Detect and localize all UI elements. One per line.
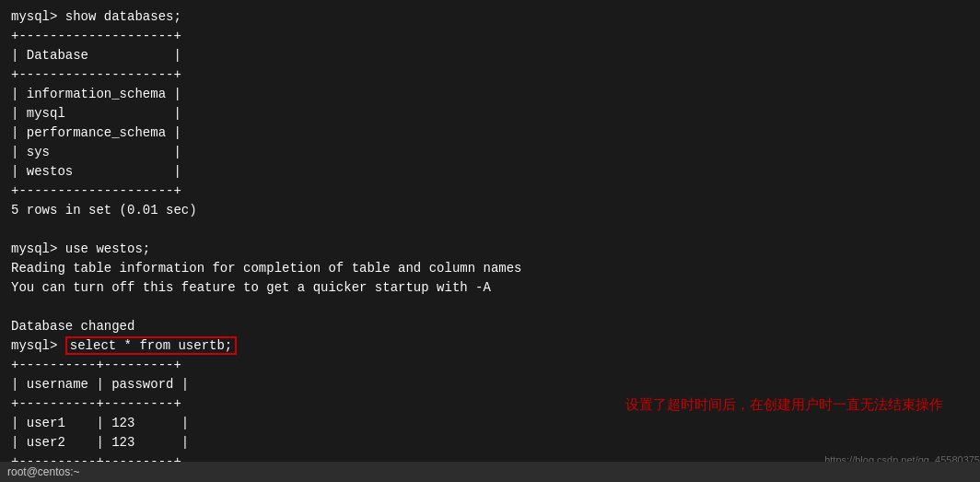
- terminal-line: Database changed: [11, 317, 969, 336]
- terminal-line: | username | password |: [11, 375, 969, 394]
- terminal-line: +--------------------+: [11, 65, 969, 85]
- terminal-line: | westos |: [11, 162, 969, 182]
- select-command-highlight: select * from usertb;: [65, 336, 237, 355]
- taskbar-label: root@centos:~: [7, 465, 80, 478]
- terminal-line: | user2 | 123 |: [11, 433, 969, 453]
- terminal-line: mysql> use westos;: [11, 240, 969, 259]
- terminal-line: Reading table information for completion…: [11, 259, 969, 278]
- select-command-line: mysql> select * from usertb;: [11, 336, 969, 356]
- annotation-text: 设置了超时时间后，在创建用户时一直无法结束操作: [625, 396, 943, 414]
- terminal-line: You can turn off this feature to get a q…: [11, 278, 969, 298]
- terminal-line: mysql> show databases;: [11, 7, 969, 27]
- terminal-line: 5 rows in set (0.01 sec): [11, 201, 969, 220]
- terminal-line: [11, 298, 969, 317]
- terminal-window: mysql> show databases; +----------------…: [0, 0, 980, 482]
- taskbar: root@centos:~: [0, 462, 980, 482]
- terminal-line: | user1 | 123 |: [11, 414, 969, 433]
- terminal-line: | Database |: [11, 46, 969, 65]
- terminal-line: | sys |: [11, 143, 969, 162]
- terminal-line: | performance_schema |: [11, 123, 969, 143]
- terminal-line: [11, 220, 969, 240]
- terminal-line: | mysql |: [11, 104, 969, 123]
- terminal-line: +--------------------+: [11, 27, 969, 46]
- prompt: mysql>: [11, 338, 65, 353]
- terminal-line: | information_schema |: [11, 85, 969, 104]
- terminal-line: +----------+---------+: [11, 356, 969, 375]
- terminal-line: +--------------------+: [11, 182, 969, 201]
